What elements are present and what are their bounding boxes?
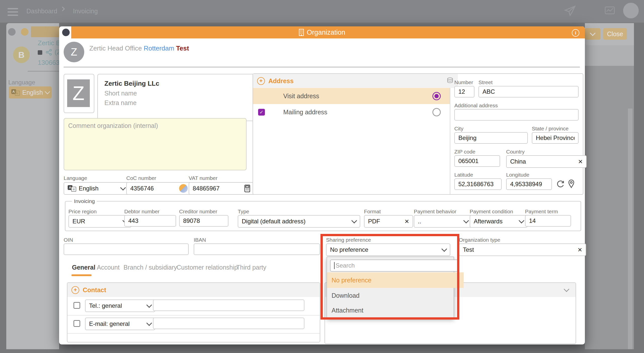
format-label: Format [364, 209, 381, 215]
tab-general[interactable]: General [72, 264, 95, 271]
comment-textarea[interactable] [64, 118, 247, 170]
background-panel-band [586, 45, 634, 66]
tab-customer-relationship[interactable]: Customer relationship [177, 264, 238, 271]
contact-type-select-tel[interactable]: Tel.: general [85, 299, 155, 312]
map-pin-icon[interactable] [567, 179, 576, 188]
contact-row-checkbox[interactable] [73, 302, 80, 309]
sharing-preference-label: Sharing preference [326, 237, 371, 243]
org-number-partial: 1306632 [38, 59, 59, 67]
text-cursor [334, 262, 335, 269]
address-row-label: Visit address [283, 92, 319, 100]
refresh-coordinates-icon[interactable] [556, 179, 565, 188]
calculator-icon[interactable] [244, 185, 251, 192]
zip-label: ZIP code [454, 149, 475, 155]
visit-address-radio[interactable] [432, 92, 441, 100]
window-dot-orange [21, 28, 28, 36]
background-dropdown-button[interactable] [585, 28, 600, 40]
status-square-icon [38, 50, 42, 55]
org-logo: Z [67, 79, 90, 107]
payment-behavior-select[interactable]: .. [414, 215, 472, 228]
dropdown-option-attachment[interactable]: Attachment [327, 303, 464, 318]
background-scrollbar[interactable] [628, 109, 632, 349]
address-row-visit[interactable]: Visit address [253, 88, 450, 104]
tab-third-party[interactable]: Third party [236, 264, 266, 271]
zip-input[interactable] [454, 155, 500, 167]
search-input[interactable] [335, 262, 455, 269]
chart-icon[interactable] [604, 6, 616, 17]
number-label: Number [454, 79, 473, 85]
oin-input[interactable] [64, 243, 189, 255]
clear-organization-type-icon[interactable]: × [578, 246, 582, 254]
oin-label: OIN [64, 237, 73, 243]
extra-name-input[interactable] [104, 98, 235, 108]
city-input[interactable] [454, 132, 528, 144]
mailing-address-checkbox[interactable]: ✓ [258, 109, 265, 116]
coc-lookup-icon[interactable] [179, 184, 188, 193]
close-button[interactable]: Close [603, 28, 627, 40]
address-row-mailing[interactable]: ✓ Mailing address [253, 104, 450, 120]
country-input[interactable]: China × [506, 155, 587, 168]
language-select[interactable]: A⊞ English [64, 182, 129, 195]
user-avatar[interactable] [623, 3, 639, 18]
organization-type-input[interactable]: Test× [459, 243, 586, 256]
org-name-input[interactable] [104, 78, 235, 88]
dropdown-option-download[interactable]: Download [327, 288, 464, 303]
payment-condition-select[interactable]: Afterwards [470, 215, 528, 228]
creditor-number-input[interactable] [179, 215, 228, 227]
name-card [97, 74, 261, 121]
longitude-input[interactable] [506, 178, 552, 190]
number-input[interactable] [454, 86, 474, 97]
coc-value: 4356746 [130, 185, 179, 192]
invoicing-legend: Invoicing [72, 198, 97, 204]
breadcrumb-invoicing[interactable]: Invoicing [73, 8, 98, 15]
dropdown-option-no-preference[interactable]: No preference [327, 272, 464, 288]
price-region-select[interactable]: EUR [68, 215, 131, 228]
org-name-partial: Zertic B [38, 39, 59, 47]
organization-type-value: Test [463, 246, 578, 253]
hamburger-menu-icon[interactable] [8, 6, 18, 18]
translate-icon: A⊞ [68, 185, 76, 192]
payment-term-input[interactable] [525, 215, 571, 227]
info-icon[interactable]: i [572, 29, 579, 37]
copy-addresses-icon[interactable] [446, 77, 454, 85]
contact-row-checkbox[interactable] [73, 320, 80, 327]
contact-type-select-email[interactable]: E-mail: general [85, 318, 155, 330]
debtor-number-input[interactable] [124, 215, 176, 227]
breadcrumb-dashboard[interactable]: Dashboard [26, 8, 57, 15]
add-contact-icon[interactable]: + [71, 286, 79, 294]
tab-account[interactable]: Account [97, 264, 119, 271]
dropdown-search-input[interactable] [330, 260, 459, 272]
vat-input[interactable]: 84865967 [189, 182, 255, 195]
type-label: Type [238, 209, 249, 215]
street-input[interactable] [478, 86, 579, 97]
additional-address-input[interactable] [454, 109, 579, 121]
iban-input[interactable] [194, 243, 320, 255]
logo-card[interactable]: Z [64, 74, 94, 113]
type-select[interactable]: Digital (default address) [238, 215, 360, 228]
address-row-label: Mailing address [283, 109, 327, 116]
background-language-label: Language [8, 79, 35, 86]
state-input[interactable] [532, 132, 579, 144]
share-icon [45, 49, 52, 56]
contact-value-input-tel[interactable] [153, 299, 304, 311]
format-input[interactable]: PDF× [364, 215, 413, 228]
address-title: Address [268, 77, 294, 85]
send-icon[interactable] [564, 5, 577, 18]
city-label: City [454, 126, 463, 132]
contact-header: + Contact [67, 283, 320, 297]
coc-input[interactable]: 4356746 [126, 182, 192, 195]
short-name-input[interactable] [104, 88, 235, 98]
clear-country-icon[interactable]: × [578, 158, 583, 165]
tab-branch-subsidiary[interactable]: Branch / subsidiary [124, 264, 177, 271]
contact-value-input-email[interactable] [153, 318, 304, 329]
mailing-address-radio[interactable] [432, 108, 441, 116]
add-address-icon[interactable]: + [257, 77, 265, 85]
background-language-select[interactable]: A⊞ English [9, 86, 52, 98]
sharing-preference-select[interactable]: No preference [326, 243, 450, 256]
organization-type-label: Organization type [459, 237, 500, 243]
latitude-input[interactable] [454, 178, 502, 190]
background-window-right: Close [585, 23, 634, 349]
address-list: + Address Visit address ✓ Mailing addres… [253, 74, 450, 194]
subtitle-link[interactable]: Rotterdam [144, 44, 174, 52]
clear-format-icon[interactable]: × [405, 218, 409, 225]
